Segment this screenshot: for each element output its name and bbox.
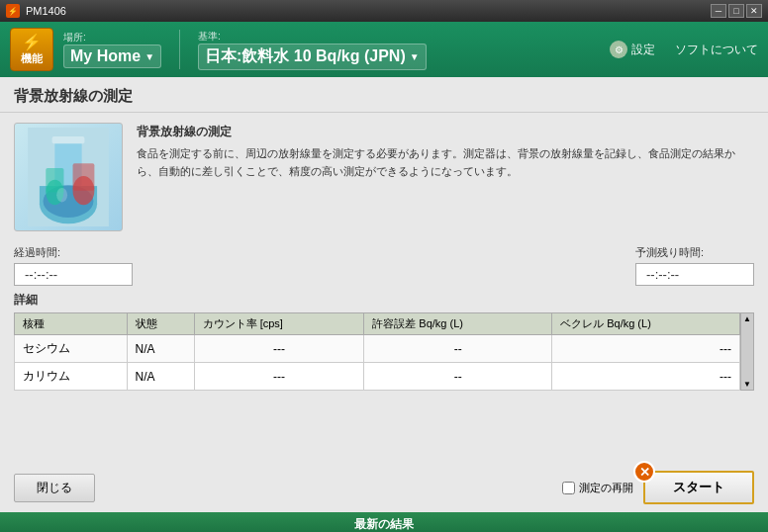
- cell-status: N/A: [127, 363, 194, 391]
- location-section: 場所: My Home ▼: [63, 31, 161, 68]
- action-right: 測定の再開 ✕ スタート: [562, 471, 754, 504]
- function-button[interactable]: ⚡ 機能: [10, 28, 53, 71]
- header: ⚡ 機能 場所: My Home ▼ 基準: 日本:飲料水 10 Bq/kg (…: [0, 22, 768, 77]
- details-table-row: カリウム N/A --- -- ---: [15, 363, 740, 391]
- col-count-rate: カウント率 [cps]: [194, 313, 364, 335]
- cell-nuclide: カリウム: [15, 363, 128, 391]
- details-scrollbar[interactable]: ▲ ▼: [740, 312, 754, 391]
- settings-item[interactable]: ⚙ 設定: [610, 41, 655, 58]
- flask-svg: [24, 128, 113, 226]
- close-button[interactable]: 閉じる: [14, 474, 95, 502]
- standard-arrow-icon: ▼: [410, 51, 420, 62]
- title-bar-text: PM1406: [26, 5, 66, 17]
- details-table-row: セシウム N/A --- -- ---: [15, 335, 740, 363]
- details-section: 詳細 核種 状態 カウント率 [cps] 許容誤差 Bq/kg (L) ベクレル…: [0, 292, 768, 463]
- standard-value: 日本:飲料水 10 Bq/kg (JPN): [205, 46, 406, 67]
- col-status: 状態: [127, 313, 194, 335]
- svg-rect-4: [52, 136, 85, 143]
- cell-tolerance: --: [364, 363, 552, 391]
- cell-count-rate: ---: [194, 335, 364, 363]
- standard-dropdown[interactable]: 日本:飲料水 10 Bq/kg (JPN) ▼: [198, 44, 427, 70]
- header-right: ⚙ 設定 ソフトについて: [610, 41, 758, 58]
- flask-image: [14, 123, 123, 231]
- cell-count-rate: ---: [194, 363, 364, 391]
- location-value: My Home: [70, 47, 141, 65]
- location-label: 場所:: [63, 31, 161, 44]
- results-title: 最新の結果: [0, 512, 768, 532]
- details-table-content: 核種 状態 カウント率 [cps] 許容誤差 Bq/kg (L) ベクレル Bq…: [14, 312, 740, 391]
- action-row: 閉じる 測定の再開 ✕ スタート: [0, 463, 768, 512]
- details-table: 核種 状態 カウント率 [cps] 許容誤差 Bq/kg (L) ベクレル Bq…: [14, 312, 740, 391]
- cell-nuclide: セシウム: [15, 335, 128, 363]
- col-nuclide: 核種: [15, 313, 128, 335]
- time-fields: 経過時間: --:--:-- 予測残り時間: --:--:--: [0, 241, 768, 292]
- scroll-up-arrow[interactable]: ▲: [743, 314, 751, 323]
- start-button[interactable]: スタート: [643, 471, 754, 504]
- cell-status: N/A: [127, 335, 194, 363]
- details-title: 詳細: [14, 292, 754, 309]
- description-body: 食品を測定する前に、周辺の放射線量を測定する必要があります。測定器は、背景の放射…: [137, 145, 754, 180]
- start-button-container: ✕ スタート: [643, 471, 754, 504]
- function-label: 機能: [21, 51, 43, 66]
- window-controls: ─ □ ✕: [711, 4, 762, 18]
- remeasure-label: 測定の再開: [579, 481, 633, 495]
- main-content: 背景放射線の測定: [0, 77, 768, 512]
- section-title: 背景放射線の測定: [0, 77, 768, 113]
- cell-tolerance: --: [364, 335, 552, 363]
- close-button[interactable]: ✕: [746, 4, 762, 18]
- description-area: 背景放射線の測定 食品を測定する前に、周辺の放射線量を測定する必要があります。測…: [137, 123, 754, 231]
- cell-becquerel: ---: [552, 363, 740, 391]
- about-item[interactable]: ソフトについて: [675, 42, 758, 58]
- remeasure-checkbox-label[interactable]: 測定の再開: [562, 481, 633, 495]
- settings-label: 設定: [631, 42, 655, 58]
- location-dropdown[interactable]: My Home ▼: [63, 44, 161, 68]
- scroll-down-arrow[interactable]: ▼: [743, 380, 751, 389]
- elapsed-field: 経過時間: --:--:--: [14, 245, 133, 286]
- description-title: 背景放射線の測定: [137, 123, 754, 141]
- remeasure-checkbox[interactable]: [562, 482, 575, 494]
- details-table-container: 核種 状態 カウント率 [cps] 許容誤差 Bq/kg (L) ベクレル Bq…: [14, 312, 754, 391]
- results-section: 最新の結果 測定日時 ▼ 残り時間 経過時間 基準 設定 2012/11/08 …: [0, 512, 768, 532]
- remaining-value: --:--:--: [635, 263, 754, 286]
- svg-point-10: [56, 188, 67, 203]
- maximize-button[interactable]: □: [728, 4, 744, 18]
- remaining-field: 予測残り時間: --:--:--: [635, 245, 754, 286]
- lightning-icon: ⚡: [22, 33, 42, 51]
- about-label: ソフトについて: [675, 42, 758, 58]
- location-arrow-icon: ▼: [144, 51, 154, 62]
- svg-rect-7: [73, 163, 95, 190]
- settings-icon: ⚙: [610, 41, 627, 58]
- minimize-button[interactable]: ─: [711, 4, 726, 18]
- standard-section: 基準: 日本:飲料水 10 Bq/kg (JPN) ▼: [198, 30, 427, 70]
- x-button[interactable]: ✕: [633, 461, 655, 483]
- elapsed-label: 経過時間:: [14, 245, 133, 260]
- remaining-label: 予測残り時間:: [635, 245, 754, 260]
- title-bar: ⚡ PM1406 ─ □ ✕: [0, 0, 768, 22]
- elapsed-value: --:--:--: [14, 263, 133, 286]
- cell-becquerel: ---: [552, 335, 740, 363]
- col-becquerel: ベクレル Bq/kg (L): [552, 313, 740, 335]
- standard-label: 基準:: [198, 30, 427, 44]
- header-divider: [179, 30, 180, 69]
- measurement-area: 背景放射線の測定 食品を測定する前に、周辺の放射線量を測定する必要があります。測…: [0, 113, 768, 241]
- app-icon: ⚡: [6, 4, 20, 18]
- col-tolerance: 許容誤差 Bq/kg (L): [364, 313, 552, 335]
